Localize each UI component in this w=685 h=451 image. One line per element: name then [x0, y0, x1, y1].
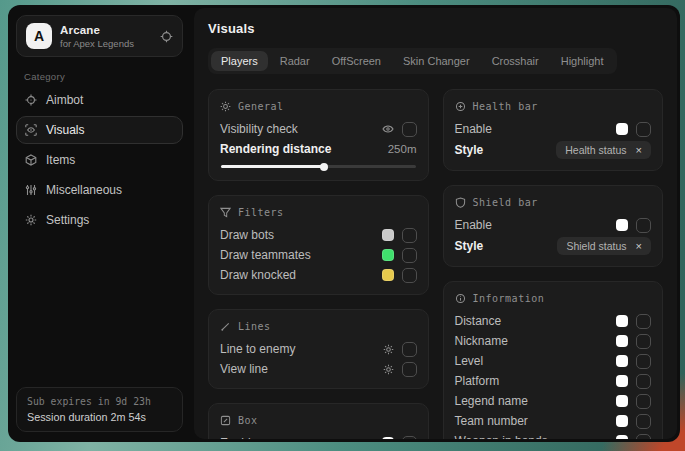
panel-information: Information Distance Nickname [443, 281, 664, 439]
health-enable-row: Enable [455, 119, 652, 139]
row-label: Legend name [455, 394, 528, 408]
color-swatch[interactable] [382, 229, 394, 241]
box-enable-row: Enable [220, 433, 417, 439]
info-platform-checkbox[interactable] [636, 374, 651, 389]
visibility-check-checkbox[interactable] [402, 122, 417, 137]
draw-knocked-checkbox[interactable] [402, 268, 417, 283]
color-swatch[interactable] [382, 269, 394, 281]
panel-general: General Visibility check [208, 89, 429, 181]
panel-box: Box Enable Enable background [208, 403, 429, 439]
row-label: Style [455, 143, 484, 157]
color-swatch[interactable] [616, 219, 628, 231]
health-style-tag[interactable]: Health status × [556, 141, 651, 159]
sidebar-item-settings[interactable]: Settings [16, 206, 183, 234]
info-legend-name-checkbox[interactable] [636, 394, 651, 409]
color-swatch[interactable] [616, 415, 628, 427]
sidebar-item-label: Aimbot [46, 93, 83, 107]
remove-tag-icon[interactable]: × [636, 145, 642, 156]
line-to-enemy-row: Line to enemy [220, 339, 417, 359]
sidebar-item-visuals[interactable]: Visuals [16, 116, 183, 144]
panel-title: Lines [238, 321, 271, 332]
color-swatch[interactable] [616, 123, 628, 135]
draw-bots-checkbox[interactable] [402, 228, 417, 243]
panel-lines-header: Lines [220, 318, 417, 335]
app-meta: Arcane for Apex Legends [60, 24, 152, 49]
panel-title: Shield bar [473, 197, 538, 208]
sidebar-item-items[interactable]: Items [16, 146, 183, 174]
sidebar-item-aimbot[interactable]: Aimbot [16, 86, 183, 114]
color-swatch[interactable] [382, 437, 394, 439]
eye-icon[interactable] [382, 123, 394, 135]
info-nickname-checkbox[interactable] [636, 334, 651, 349]
sidebar-item-label: Items [46, 153, 75, 167]
panel-health-bar: Health bar Enable Style Health status [443, 89, 664, 171]
view-line-row: View line [220, 359, 417, 379]
info-weapon-row: Weapon in hands [455, 431, 652, 439]
info-distance-checkbox[interactable] [636, 314, 651, 329]
panels-grid: General Visibility check [208, 89, 663, 439]
color-swatch[interactable] [616, 375, 628, 387]
info-team-number-row: Team number [455, 411, 652, 431]
info-legend-name-row: Legend name [455, 391, 652, 411]
app-logo: A [26, 23, 52, 49]
tab-skin-changer[interactable]: Skin Changer [393, 51, 480, 71]
scan-eye-icon [25, 124, 37, 136]
gear-icon[interactable] [383, 364, 394, 375]
visuals-tabbar: Players Radar OffScreen Skin Changer Cro… [208, 48, 617, 74]
box-enable-checkbox[interactable] [402, 436, 417, 440]
slider-thumb[interactable] [320, 163, 328, 171]
row-label: Enable [220, 436, 257, 439]
tab-radar[interactable]: Radar [270, 51, 320, 71]
sidebar-item-label: Settings [46, 213, 89, 227]
remove-tag-icon[interactable]: × [636, 241, 642, 252]
color-swatch[interactable] [616, 315, 628, 327]
sidebar: A Arcane for Apex Legends Category Aimbo… [11, 8, 189, 439]
sidebar-item-miscellaneous[interactable]: Miscellaneous [16, 176, 183, 204]
shield-enable-checkbox[interactable] [636, 218, 651, 233]
row-label: Nickname [455, 334, 508, 348]
row-label: Enable [455, 218, 492, 232]
panel-information-header: Information [455, 290, 652, 307]
row-label: Weapon in hands [455, 434, 548, 439]
row-label: Platform [455, 374, 500, 388]
tab-crosshair[interactable]: Crosshair [482, 51, 549, 71]
line-to-enemy-checkbox[interactable] [402, 342, 417, 357]
health-style-row: Style Health status × [455, 139, 652, 161]
panel-title: General [238, 101, 284, 112]
info-level-checkbox[interactable] [636, 354, 651, 369]
session-duration: Session duration 2m 54s [27, 411, 172, 423]
tab-highlight[interactable]: Highlight [551, 51, 614, 71]
sidebar-item-label: Miscellaneous [46, 183, 122, 197]
panel-title: Health bar [473, 101, 538, 112]
shield-style-tag[interactable]: Shield status × [557, 237, 651, 255]
info-platform-row: Platform [455, 371, 652, 391]
row-label: Enable [455, 122, 492, 136]
app-target-icon[interactable] [160, 30, 173, 43]
sidebar-item-label: Visuals [46, 123, 84, 137]
gear-icon[interactable] [383, 344, 394, 355]
info-nickname-row: Nickname [455, 331, 652, 351]
info-icon [455, 293, 466, 304]
panel-box-header: Box [220, 412, 417, 429]
view-line-checkbox[interactable] [402, 362, 417, 377]
row-label: View line [220, 362, 268, 376]
tab-players[interactable]: Players [211, 51, 268, 71]
color-swatch[interactable] [616, 335, 628, 347]
row-label: Draw bots [220, 228, 274, 242]
slider-fill [221, 165, 324, 168]
rendering-distance-slider[interactable] [221, 165, 416, 168]
shield-enable-row: Enable [455, 215, 652, 235]
panel-filters: Filters Draw bots Draw teammates [208, 195, 429, 295]
shield-style-row: Style Shield status × [455, 235, 652, 257]
draw-teammates-checkbox[interactable] [402, 248, 417, 263]
gear-icon [25, 214, 37, 226]
color-swatch[interactable] [616, 395, 628, 407]
color-swatch[interactable] [382, 249, 394, 261]
health-enable-checkbox[interactable] [636, 122, 651, 137]
info-team-number-checkbox[interactable] [636, 414, 651, 429]
color-swatch[interactable] [616, 435, 628, 439]
page-title: Visuals [208, 21, 663, 36]
tab-offscreen[interactable]: OffScreen [322, 51, 391, 71]
info-weapon-checkbox[interactable] [636, 434, 651, 440]
color-swatch[interactable] [616, 355, 628, 367]
